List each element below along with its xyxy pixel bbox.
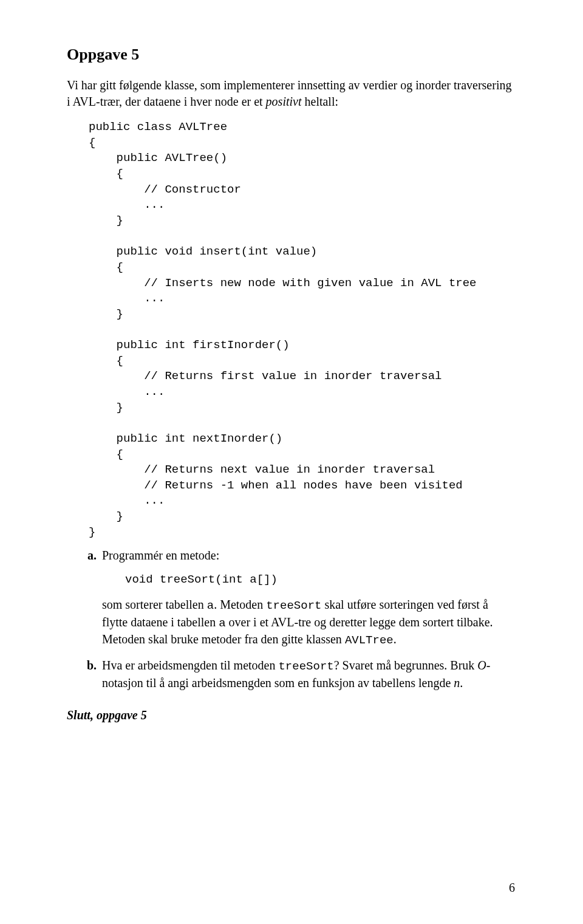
- code-line: // Returns first value in inorder traver…: [89, 369, 442, 383]
- code-line: }: [89, 401, 123, 414]
- b-text: Hva er arbeidsmengden til metoden: [102, 659, 278, 672]
- a-signature: void treeSort(int a[]): [125, 572, 516, 588]
- a-code: treeSort: [266, 599, 321, 612]
- question-b: Hva er arbeidsmengden til metoden treeSo…: [100, 657, 516, 691]
- code-line: // Constructor: [89, 183, 241, 196]
- a-code: a: [207, 599, 214, 612]
- page: Oppgave 5 Vi har gitt følgende klasse, s…: [0, 0, 583, 924]
- code-line: ...: [89, 292, 165, 305]
- a-text: .: [394, 632, 397, 646]
- a-code: a: [219, 617, 225, 630]
- code-line: }: [89, 525, 95, 539]
- code-line: ...: [89, 385, 165, 399]
- code-line: public int nextInorder(): [89, 432, 282, 445]
- b-text: ? Svaret må begrunnes. Bruk: [334, 659, 478, 672]
- code-line: {: [89, 354, 123, 368]
- code-line: // Returns -1 when all nodes have been v…: [89, 479, 463, 492]
- code-line: public class AVLTree: [89, 120, 227, 134]
- b-italic: O: [477, 659, 486, 672]
- code-line: {: [89, 448, 123, 461]
- page-number: 6: [509, 880, 515, 896]
- b-code: treeSort: [278, 660, 333, 673]
- b-italic: n: [454, 676, 460, 690]
- a-text: . Metoden: [214, 598, 266, 611]
- code-block: public class AVLTree { public AVLTree() …: [89, 120, 516, 540]
- a-lead: Programmér en metode:: [102, 549, 219, 562]
- code-line: {: [89, 136, 95, 149]
- a-code: AVLTree: [345, 634, 394, 647]
- a-text: som sorterer tabellen: [102, 598, 207, 611]
- intro-text-post: heltall:: [302, 95, 339, 108]
- code-line: ...: [89, 198, 165, 211]
- code-line: public int firstInorder(): [89, 338, 290, 352]
- code-line: }: [89, 307, 123, 321]
- code-line: public void insert(int value): [89, 245, 317, 258]
- code-line: // Inserts new node with given value in …: [89, 276, 477, 290]
- code-line: // Returns next value in inorder travers…: [89, 463, 435, 476]
- question-list: Programmér en metode: void treeSort(int …: [67, 547, 516, 691]
- code-line: }: [89, 510, 123, 523]
- end-marker: Slutt, oppgave 5: [67, 707, 516, 724]
- code-line: }: [89, 214, 123, 227]
- code-line: ...: [89, 494, 165, 507]
- code-line: {: [89, 261, 123, 274]
- b-text: .: [460, 676, 463, 690]
- intro-paragraph: Vi har gitt følgende klasse, som impleme…: [67, 77, 516, 110]
- intro-italic: positivt: [266, 95, 302, 108]
- code-line: {: [89, 167, 123, 180]
- task-title: Oppgave 5: [67, 44, 516, 65]
- code-line: public AVLTree(): [89, 151, 227, 165]
- question-a: Programmér en metode: void treeSort(int …: [100, 547, 516, 649]
